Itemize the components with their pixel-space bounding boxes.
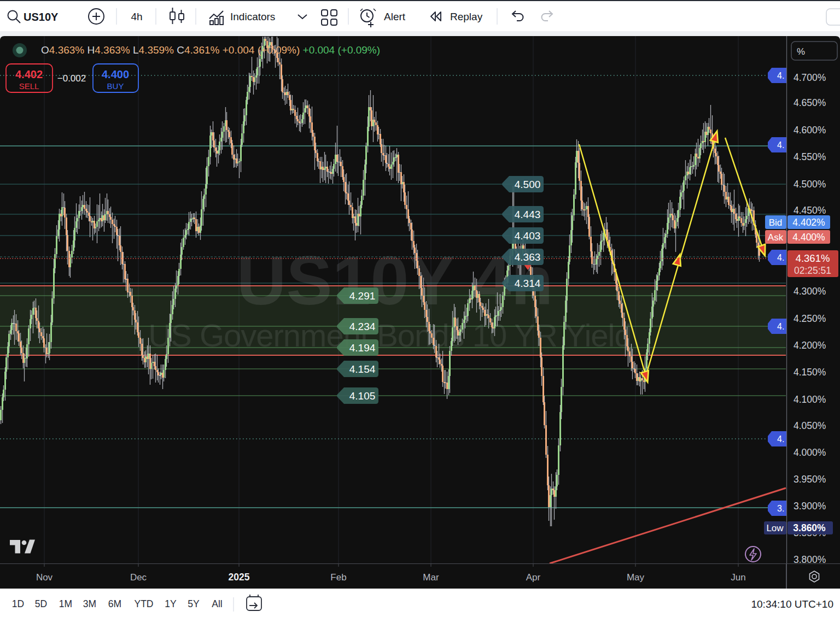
svg-text:4.500: 4.500 [515,179,541,190]
svg-text:4.443: 4.443 [515,209,541,220]
svg-text:6M: 6M [108,598,121,609]
svg-text:5D: 5D [35,598,47,609]
svg-text:02:25:51: 02:25:51 [794,265,831,276]
svg-text:2025: 2025 [229,572,250,583]
svg-text:Bid: Bid [769,218,783,228]
svg-text:4.194: 4.194 [349,342,376,354]
svg-text:4.291: 4.291 [349,290,376,302]
svg-text:4.: 4. [777,253,784,262]
svg-text:May: May [627,572,645,583]
svg-text:Replay: Replay [450,11,483,22]
svg-text:4.: 4. [777,140,784,150]
svg-text:4.402%: 4.402% [792,217,825,228]
svg-text:3.860%: 3.860% [793,522,826,533]
svg-text:Indicators: Indicators [230,11,275,22]
svg-text:4.100%: 4.100% [794,394,826,405]
svg-text:Low: Low [766,523,784,533]
svg-text:1Y: 1Y [165,598,177,609]
svg-text:4.500%: 4.500% [794,179,826,190]
svg-text:4.000%: 4.000% [794,447,826,458]
svg-text:3.950%: 3.950% [794,474,826,485]
svg-text:4.400%: 4.400% [792,232,825,243]
svg-text:4.700%: 4.700% [794,72,826,83]
svg-text:O4.363% H4.363% L4.359% C4.361: O4.363% H4.363% L4.359% C4.361% +0.004 (… [41,44,380,56]
svg-text:4.154: 4.154 [349,363,376,375]
svg-text:4h: 4h [131,11,142,22]
svg-text:YTD: YTD [135,598,154,609]
svg-text:US10Y: US10Y [24,11,59,23]
svg-text:Dec: Dec [130,572,147,583]
svg-text:4.361%: 4.361% [796,252,830,264]
svg-text:4.: 4. [777,322,784,331]
svg-text:5Y: 5Y [188,598,200,609]
svg-text:3M: 3M [83,598,96,609]
svg-text:Nov: Nov [36,572,53,583]
svg-text:10:34:10 UTC+10: 10:34:10 UTC+10 [751,598,833,610]
svg-text:4.400: 4.400 [102,68,129,80]
svg-text:%: % [797,46,805,57]
svg-text:4.403: 4.403 [515,230,541,242]
svg-text:4.250%: 4.250% [794,313,826,324]
svg-text:Ask: Ask [768,232,784,243]
svg-text:3.: 3. [777,504,784,513]
svg-text:Apr: Apr [526,572,541,583]
svg-text:Alert: Alert [384,11,406,22]
svg-text:SELL: SELL [19,81,39,91]
svg-text:BUY: BUY [107,81,124,91]
svg-text:4.105: 4.105 [349,390,376,402]
svg-text:4.650%: 4.650% [794,97,826,108]
svg-text:4.234: 4.234 [349,321,376,332]
svg-text:1D: 1D [12,598,24,609]
svg-text:All: All [212,598,222,609]
svg-text:−0.002: −0.002 [57,73,86,84]
svg-text:4.300%: 4.300% [794,286,826,297]
svg-text:4.363: 4.363 [515,251,541,263]
svg-text:Mar: Mar [423,572,439,583]
svg-text:4.150%: 4.150% [794,367,826,378]
svg-text:4.402: 4.402 [15,68,43,80]
svg-text:1M: 1M [59,598,72,609]
svg-text:4.: 4. [777,434,784,444]
svg-text:Feb: Feb [330,572,346,583]
svg-text:US Government Bonds 10 YR Yiel: US Government Bonds 10 YR Yield [148,318,632,353]
svg-text:4.050%: 4.050% [794,420,826,431]
svg-text:4.314: 4.314 [515,278,541,289]
svg-text:3.800%: 3.800% [794,554,826,563]
svg-text:4.: 4. [777,71,784,80]
svg-text:4.200%: 4.200% [794,340,826,351]
svg-text:4.550%: 4.550% [794,151,826,162]
svg-text:4.600%: 4.600% [794,125,826,136]
svg-text:3.900%: 3.900% [794,501,826,512]
svg-text:Jun: Jun [731,572,745,583]
svg-text:4.450%: 4.450% [794,205,826,216]
